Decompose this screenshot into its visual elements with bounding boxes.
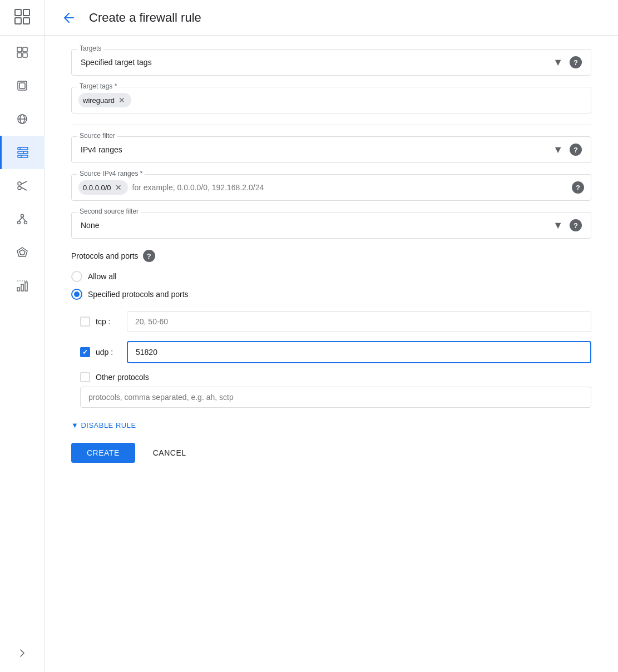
header: Create a firewall rule [45, 0, 618, 36]
udp-port-input[interactable] [127, 341, 591, 363]
svg-point-23 [21, 215, 23, 218]
udp-row: udp : [80, 341, 591, 363]
svg-line-26 [19, 218, 22, 221]
protocols-section: Protocols and ports ? Allow all Specifie… [71, 250, 591, 408]
sidebar-item-tools[interactable] [0, 169, 45, 202]
other-protocols-row: Other protocols [80, 372, 591, 408]
targets-select-wrapper: Targets Specified target tags ▼ ? [71, 49, 591, 76]
sidebar-item-dashboard[interactable] [0, 36, 45, 69]
second-source-help-icon[interactable]: ? [570, 219, 582, 231]
tcp-checkbox[interactable] [80, 317, 90, 327]
targets-select[interactable]: Specified target tags ▼ ? [72, 50, 591, 75]
svg-rect-15 [18, 155, 28, 157]
tcp-checkbox-wrapper: tcp : [80, 317, 118, 327]
sidebar-item-analytics[interactable] [0, 269, 45, 303]
sidebar-item-compute[interactable] [0, 69, 45, 102]
source-filter-select-wrapper: Source filter IPv4 ranges ▼ ? [71, 136, 591, 163]
targets-field: Targets Specified target tags ▼ ? [71, 49, 591, 76]
other-protocols-checkbox[interactable] [80, 372, 90, 382]
wireguard-tag: wireguard ✕ [78, 93, 131, 107]
disable-rule-link[interactable]: ▼ DISABLE RULE [71, 421, 591, 429]
create-button[interactable]: CREATE [71, 443, 135, 463]
source-ipv4-help-icon[interactable]: ? [572, 181, 584, 194]
target-tags-input[interactable]: Target tags * wireguard ✕ [71, 87, 591, 113]
firewall-icon [16, 146, 29, 159]
back-button[interactable] [58, 7, 80, 29]
targets-label: Targets [77, 45, 103, 52]
instance-icon [16, 79, 29, 92]
sidebar-item-firewall[interactable] [0, 136, 45, 169]
topology-icon [16, 213, 29, 226]
svg-rect-31 [21, 284, 23, 291]
svg-rect-6 [17, 53, 22, 57]
source-ipv4-input-wrapper[interactable]: Source IPv4 ranges * 0.0.0.0/0 ✕ ? [71, 174, 591, 201]
source-ipv4-label: Source IPv4 ranges * [77, 170, 145, 177]
source-filter-actions: ▼ ? [553, 144, 582, 156]
svg-point-20 [18, 186, 21, 190]
target-tags-field: Target tags * wireguard ✕ [71, 87, 591, 113]
targets-help-icon[interactable]: ? [570, 56, 582, 68]
udp-checkbox[interactable] [80, 347, 90, 357]
cancel-button[interactable]: CANCEL [149, 443, 191, 463]
protocols-title: Protocols and ports [71, 251, 139, 260]
second-source-select-wrapper: Second source filter None ▼ ? [71, 212, 591, 239]
udp-checkbox-wrapper: udp : [80, 347, 118, 357]
source-filter-help-icon[interactable]: ? [570, 144, 582, 156]
svg-rect-13 [18, 147, 28, 150]
specified-protocols-radio[interactable]: Specified protocols and ports [71, 289, 591, 300]
target-tags-label: Target tags * [77, 82, 119, 90]
udp-label: udp : [96, 348, 118, 357]
protocol-rows: tcp : udp : Other protocols [80, 311, 591, 408]
expand-sidebar-button[interactable] [12, 643, 32, 665]
wireguard-tag-value: wireguard [83, 96, 115, 105]
divider-1 [71, 125, 591, 125]
svg-point-25 [24, 221, 27, 224]
targets-value: Specified target tags [81, 58, 152, 67]
logo-icon [14, 9, 30, 27]
tcp-label: tcp : [96, 317, 118, 326]
svg-rect-5 [23, 47, 27, 52]
analytics-icon [16, 279, 29, 293]
protocols-radio-group: Allow all Specified protocols and ports [71, 271, 591, 300]
hub-icon [16, 246, 29, 259]
button-row: CREATE CANCEL [71, 443, 591, 463]
other-protocols-label: Other protocols [96, 373, 149, 382]
source-filter-select[interactable]: IPv4 ranges ▼ ? [72, 137, 591, 162]
sidebar [0, 0, 45, 672]
other-protocols-input[interactable] [80, 387, 591, 408]
svg-rect-1 [23, 9, 29, 16]
protocols-help-icon[interactable]: ? [143, 250, 155, 262]
main-content: Create a firewall rule Targets Specified… [45, 0, 618, 672]
allow-all-radio[interactable]: Allow all [71, 271, 591, 282]
svg-rect-4 [17, 47, 22, 52]
targets-actions: ▼ ? [553, 56, 582, 68]
source-filter-dropdown-arrow: ▼ [553, 144, 563, 156]
source-ipv4-text-input[interactable] [132, 183, 567, 192]
ip-range-tag-close[interactable]: ✕ [113, 182, 123, 192]
second-source-label: Second source filter [77, 207, 141, 215]
second-source-value: None [81, 221, 99, 230]
second-source-select[interactable]: None ▼ ? [72, 213, 591, 238]
ip-range-tag: 0.0.0.0/0 ✕ [78, 180, 128, 195]
second-source-dropdown-arrow: ▼ [553, 220, 563, 231]
disable-rule-chevron: ▼ [71, 421, 78, 429]
sidebar-logo [0, 0, 45, 36]
sidebar-item-network[interactable] [0, 102, 45, 136]
allow-all-radio-circle [71, 271, 82, 282]
second-source-actions: ▼ ? [553, 219, 582, 231]
layers-icon [16, 46, 29, 59]
specified-protocols-label: Specified protocols and ports [88, 290, 189, 299]
svg-marker-29 [19, 250, 25, 255]
ip-range-tag-value: 0.0.0.0/0 [83, 184, 111, 192]
tcp-port-input[interactable] [127, 311, 591, 332]
disable-rule-label: DISABLE RULE [81, 421, 136, 429]
targets-dropdown-arrow: ▼ [553, 57, 563, 68]
wireguard-tag-close[interactable]: ✕ [117, 95, 127, 105]
svg-rect-14 [18, 151, 28, 154]
tcp-row: tcp : [80, 311, 591, 332]
sidebar-item-topology[interactable] [0, 202, 45, 236]
sidebar-item-hub[interactable] [0, 236, 45, 269]
svg-point-19 [18, 182, 21, 185]
content-area: Targets Specified target tags ▼ ? Target… [45, 36, 618, 672]
svg-line-27 [22, 218, 26, 221]
